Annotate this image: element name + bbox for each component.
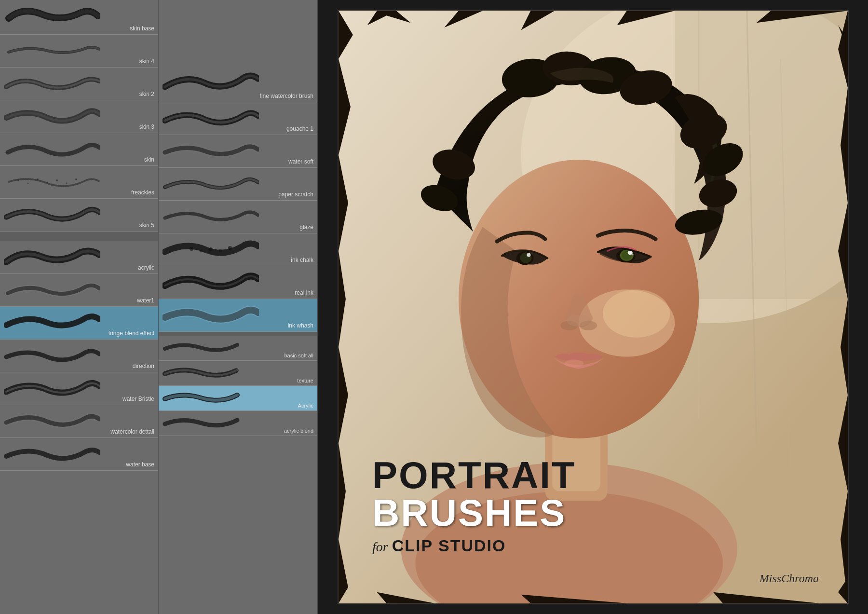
svg-point-3 — [47, 182, 48, 183]
svg-point-6 — [75, 178, 77, 180]
brush-label-texture: texture — [297, 378, 313, 383]
brush-row-basic-soft[interactable]: basic soft all — [159, 336, 317, 361]
brush-row-ink-whash[interactable]: ink whash — [159, 299, 317, 332]
brush-row-skin3[interactable]: skin 3 — [0, 100, 158, 133]
brush-label-real-ink: real ink — [295, 289, 313, 296]
brush-row-freackles[interactable]: freackles — [0, 166, 158, 199]
brush-label-basic-soft: basic soft all — [284, 353, 313, 358]
svg-point-28 — [564, 360, 583, 368]
brush-label-ink-chalk: ink chalk — [291, 257, 313, 263]
right-panel: PORTRAIT BRUSHES for CLIP STUDIO MissChr… — [318, 0, 868, 614]
portrait-subtitle: for CLIP STUDIO — [372, 536, 576, 555]
brush-label-paper-scratch: paper scratch — [278, 191, 313, 198]
svg-point-4 — [56, 179, 58, 181]
svg-point-1 — [27, 183, 29, 184]
brush-label-skin3: skin 3 — [139, 123, 154, 130]
brush-label-fine-watercolor: fine watercolor brush — [260, 93, 313, 99]
svg-point-8 — [200, 249, 203, 252]
brush-row-skin-base[interactable]: skin base — [0, 0, 158, 35]
brush-row-water-bristle[interactable]: water Bristle — [0, 372, 158, 405]
brush-row-skin4[interactable]: skin 4 — [0, 35, 158, 68]
svg-point-0 — [17, 179, 19, 181]
brush-row-water-base[interactable]: water base — [0, 438, 158, 471]
brush-label-skin-base: skin base — [130, 25, 154, 32]
brush-label-freackles: freackles — [131, 189, 154, 196]
brush-row-paper-scratch[interactable]: paper scratch — [159, 168, 317, 201]
svg-point-2 — [37, 178, 39, 180]
brush-label-ink-whash: ink whash — [288, 322, 313, 329]
subtitle-studio: CLIP STUDIO — [392, 536, 506, 555]
brush-label-glaze: glaze — [299, 224, 313, 231]
brush-row-skin[interactable]: skin — [0, 133, 158, 166]
svg-point-5 — [66, 183, 68, 184]
brush-row-fine-watercolor[interactable]: fine watercolor brush — [159, 68, 317, 102]
brush-row-glaze[interactable]: glaze — [159, 201, 317, 233]
brush-label-water1: water1 — [137, 297, 154, 304]
subtitle-for: for — [372, 539, 388, 555]
brush-row-texture[interactable]: texture — [159, 361, 317, 386]
brush-label-gouache1: gouache 1 — [286, 125, 313, 132]
brush-row-real-ink[interactable]: real ink — [159, 266, 317, 299]
brush-label-acrylic: acrylic — [138, 264, 154, 271]
brush-label-water-base: water base — [126, 461, 154, 468]
svg-point-27 — [567, 315, 591, 327]
brush-row-acrylic2[interactable]: Acrylic — [159, 386, 317, 411]
app-container: skin base skin 4 skin 2 — [0, 0, 868, 614]
svg-point-9 — [209, 247, 213, 251]
brush-label-water-bristle: water Bristle — [122, 396, 154, 402]
brush-row-watercolor-detail[interactable]: watercolor dettail — [0, 405, 158, 438]
brush-label-watercolor-detail: watercolor dettail — [110, 428, 154, 435]
brush-col-right: fine watercolor brush gouache 1 water so… — [159, 68, 317, 614]
portrait-title-area: PORTRAIT BRUSHES for CLIP STUDIO — [372, 456, 576, 555]
portrait-title-1: PORTRAIT — [372, 456, 576, 494]
brush-label-skin: skin — [144, 156, 154, 163]
svg-point-10 — [219, 249, 222, 252]
brush-label-direction: direction — [133, 363, 154, 369]
svg-point-11 — [228, 246, 232, 250]
svg-point-7 — [190, 247, 193, 251]
brush-label-skin5: skin 5 — [139, 222, 154, 229]
svg-point-36 — [632, 253, 634, 255]
brush-row-skin5[interactable]: skin 5 — [0, 199, 158, 232]
brush-row-ink-chalk[interactable]: ink chalk — [159, 233, 317, 266]
brush-label-acrylic-blend: acrylic blend — [284, 428, 313, 434]
brush-col-left: skin base skin 4 skin 2 — [0, 0, 159, 614]
brush-label-skin2: skin 2 — [139, 91, 154, 97]
svg-point-31 — [527, 253, 531, 257]
svg-point-24 — [603, 289, 670, 338]
brush-row-direction[interactable]: direction — [0, 340, 158, 372]
brush-row-acrylic-blend[interactable]: acrylic blend — [159, 411, 317, 436]
brush-row-water1[interactable]: water1 — [0, 274, 158, 307]
brush-row-gouache1[interactable]: gouache 1 — [159, 102, 317, 135]
brush-label-water-soft: water soft — [288, 158, 313, 165]
portrait-card: PORTRAIT BRUSHES for CLIP STUDIO MissChr… — [338, 10, 849, 604]
brush-row-acrylic[interactable]: acrylic — [0, 241, 158, 274]
brush-panel: skin base skin 4 skin 2 — [0, 0, 318, 614]
brush-label-fringe: fringe blend effect — [108, 330, 154, 337]
brush-row-water-soft[interactable]: water soft — [159, 135, 317, 168]
brush-row-skin2[interactable]: skin 2 — [0, 68, 158, 100]
brush-row-fringe[interactable]: fringe blend effect — [0, 307, 158, 340]
brush-label-acrylic2: Acrylic — [298, 403, 313, 409]
portrait-title-2: BRUSHES — [372, 494, 576, 532]
signature: MissChroma — [760, 572, 819, 585]
brush-label-skin4: skin 4 — [139, 58, 154, 65]
